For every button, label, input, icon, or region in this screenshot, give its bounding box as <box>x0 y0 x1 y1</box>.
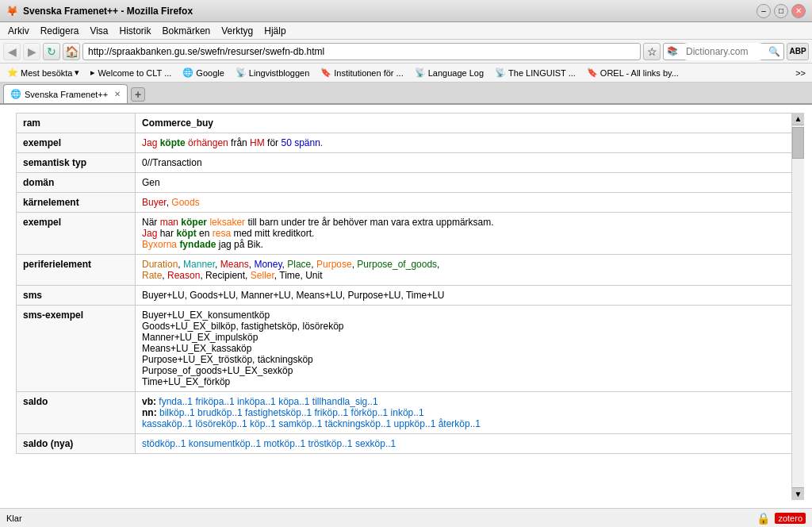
bookmark-google[interactable]: 🌐 Google <box>178 67 228 79</box>
saldo-link[interactable]: inköpa..1 <box>237 396 276 407</box>
bookmark-institutionen[interactable]: 🔖 Institutionen för ... <box>316 67 407 79</box>
adblock-button[interactable]: ABP <box>787 43 809 60</box>
saldo-link[interactable]: inköp..1 <box>391 407 424 418</box>
word-nar: När <box>142 217 160 228</box>
bookmark-clt[interactable]: ▸ Welcome to CLT ... <box>86 67 175 79</box>
saldo-vb-line: vb: fynda..1 friköpa..1 inköpa..1 köpa..… <box>142 396 791 407</box>
saldo-nya-link[interactable]: motköp..1 <box>263 438 305 449</box>
el-means: Means <box>220 259 249 270</box>
row-key: periferielement <box>17 255 136 286</box>
forward-button[interactable]: ▶ <box>23 43 40 60</box>
saldo-link[interactable]: köp..1 <box>250 418 276 429</box>
saldo-link[interactable]: bilköp..1 <box>159 407 195 418</box>
maximize-button[interactable]: □ <box>774 4 788 18</box>
minimize-button[interactable]: – <box>756 4 771 18</box>
saldo-nya-link[interactable]: stödköp..1 <box>142 438 186 449</box>
bookmark-icon: ▸ <box>90 67 95 78</box>
scroll-up-button[interactable]: ▲ <box>792 113 804 125</box>
saldo-link[interactable]: fastighetsköp..1 <box>245 407 312 418</box>
el-manner: Manner <box>183 259 215 270</box>
row-value: Buyer+LU, Goods+LU, Manner+LU, Means+LU,… <box>136 286 792 306</box>
saldo-nn-label: nn: <box>142 407 157 418</box>
menu-arkiv[interactable]: Arkiv <box>3 24 34 38</box>
search-input[interactable] <box>680 43 767 60</box>
saldo-link[interactable]: köpa..1 <box>278 396 309 407</box>
star-button[interactable]: ☆ <box>643 43 661 60</box>
saldo-link[interactable]: friköp..1 <box>315 407 349 418</box>
scrollbar[interactable]: ▲ ▼ <box>791 113 804 500</box>
saldo-link[interactable]: återköp..1 <box>439 418 481 429</box>
word-fran: från <box>231 137 250 148</box>
close-button[interactable]: ✕ <box>791 4 806 18</box>
el-money: Money <box>254 259 282 270</box>
row-value: 0//Transaction <box>136 153 792 173</box>
row-key: sms <box>17 286 136 306</box>
element-goods: Goods <box>171 197 199 208</box>
new-tab-button[interactable]: + <box>131 87 145 102</box>
menu-bokmarken[interactable]: Bokmärken <box>158 24 216 38</box>
row-value: När man köper leksaker till barn under t… <box>136 213 792 255</box>
saldo-link[interactable]: kassaköp..1 <box>142 418 193 429</box>
table-row: periferielement Duration, Manner, Means,… <box>17 255 792 286</box>
bookmark-icon: 🌐 <box>182 67 193 78</box>
menu-historik[interactable]: Historik <box>115 24 156 38</box>
window-controls: – □ ✕ <box>756 4 806 18</box>
saldo-nn-line: nn: bilköp..1 brudköp..1 fastighetsköp..… <box>142 407 791 418</box>
search-icon[interactable]: 🔍 <box>768 46 780 57</box>
home-button[interactable]: 🏠 <box>63 43 80 60</box>
bookmark-lingvistbloggen[interactable]: 📡 Lingvistbloggen <box>232 67 313 79</box>
saldo-link[interactable]: brudköp..1 <box>197 407 243 418</box>
bookmark-label: Welcome to CLT ... <box>98 68 171 78</box>
window-title: Svenska Framenet++ - Mozilla Firefox <box>23 6 752 17</box>
word-jag2: Jag <box>142 228 157 239</box>
saldo-link[interactable]: samköp..1 <box>278 418 322 429</box>
saldo-link[interactable]: täckningsköp..1 <box>325 418 391 429</box>
sms-line: Time+LU_EX_förköp <box>142 376 791 387</box>
saldo-nya-link[interactable]: konsumentköp..1 <box>189 438 261 449</box>
sms-line: Purpose+LU_EX_tröstköp, täckningsköp <box>142 354 791 365</box>
menu-redigera[interactable]: Redigera <box>36 24 84 38</box>
el-place: Place <box>287 259 311 270</box>
bookmark-label: Google <box>196 68 224 78</box>
menu-hjalp[interactable]: Hjälp <box>259 24 290 38</box>
scroll-down-button[interactable]: ▼ <box>792 487 804 500</box>
saldo-link[interactable]: uppköp..1 <box>394 418 436 429</box>
tab-svenska-framenet[interactable]: 🌐 Svenska Framenet++ ✕ <box>3 84 128 103</box>
tab-close-icon[interactable]: ✕ <box>114 90 121 98</box>
el-reason: Reason <box>167 270 200 281</box>
bookmark-linguist[interactable]: 📡 The LINGUIST ... <box>491 67 580 79</box>
saldo-link[interactable]: lösöreköp..1 <box>195 418 247 429</box>
bookmark-orel[interactable]: 🔖 OREL - All links by... <box>583 67 683 79</box>
sms-line: Goods+LU_EX_bilköp, fastighetsköp, lösör… <box>142 321 791 332</box>
example-line-1: När man köper leksaker till barn under t… <box>142 217 791 228</box>
saldo-link[interactable]: fynda..1 <box>159 396 193 407</box>
address-bar[interactable] <box>82 43 641 60</box>
row-key: saldo <box>17 392 136 434</box>
bookmark-label: Mest besökta <box>21 68 72 78</box>
row-key: semantisk typ <box>17 153 136 173</box>
element-buyer: Buyer <box>142 197 167 208</box>
el-rate: Rate <box>142 270 162 281</box>
saldo-nya-link[interactable]: sexköp..1 <box>355 438 396 449</box>
word-period: . <box>320 137 323 148</box>
menu-verktyg[interactable]: Verktyg <box>216 24 258 38</box>
word-kopte: köpte <box>160 137 186 148</box>
refresh-button[interactable]: ↻ <box>43 43 60 60</box>
bookmark-language-log[interactable]: 📡 Language Log <box>411 67 488 79</box>
saldo-nya-link[interactable]: tröstköp..1 <box>308 438 353 449</box>
sms-line: Buyer+LU_EX_konsumentköp <box>142 310 791 321</box>
scroll-thumb[interactable] <box>792 127 804 159</box>
row-value: Commerce_buy <box>136 113 792 133</box>
bookmarks-more-button[interactable]: >> <box>792 67 809 79</box>
title-bar: 🦊 Svenska Framenet++ - Mozilla Firefox –… <box>0 0 812 22</box>
saldo-link[interactable]: tillhandla_sig..1 <box>312 396 378 407</box>
bookmark-most-visited[interactable]: ⭐ Mest besökta ▾ <box>3 67 83 79</box>
bookmark-label: The LINGUIST ... <box>508 68 576 78</box>
saldo-link[interactable]: friköpa..1 <box>195 396 234 407</box>
word-koper2: köper <box>181 217 207 228</box>
saldo-link[interactable]: förköp..1 <box>351 407 389 418</box>
menu-visa[interactable]: Visa <box>85 24 113 38</box>
back-button[interactable]: ◀ <box>3 43 21 60</box>
nav-bar: ◀ ▶ ↻ 🏠 ☆ 📚 🔍 ABP <box>0 40 812 63</box>
el-recipient: Recipient <box>205 270 245 281</box>
